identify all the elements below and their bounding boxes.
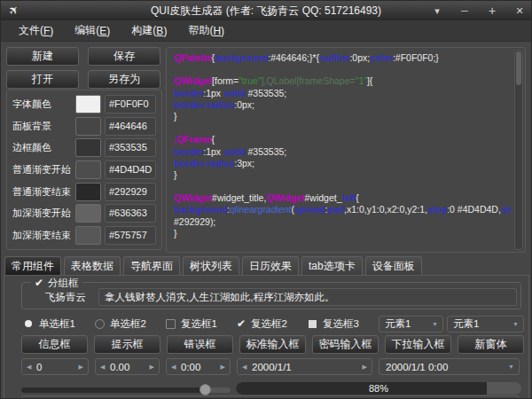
checkbox-unchecked-icon xyxy=(166,319,176,329)
color-row-deep-end: 加深渐变结束 #575757 xyxy=(12,226,156,245)
color-swatch[interactable] xyxy=(75,183,101,201)
save-button[interactable]: 保存 xyxy=(88,47,160,66)
tab-nav-ui[interactable]: 导航界面 xyxy=(123,256,180,275)
groupbox-legend[interactable]: ✔ 分组框 xyxy=(31,277,82,290)
scrollbar-thumb[interactable] xyxy=(516,51,521,85)
spinbox-row: ◀ 0 ▶ ◀ 0.00 ▶ ◀ 0:00 ▶ ◀ 2000/1/1 ▶ 200… xyxy=(21,358,520,375)
datetime-edit[interactable]: 2000/1/1 0:00 ▼ xyxy=(379,358,520,375)
color-hex-input[interactable]: #353535 xyxy=(105,138,156,157)
slider-handle[interactable] xyxy=(200,384,211,395)
tab-common-widgets[interactable]: 常用组件 xyxy=(4,256,61,275)
color-hex-input[interactable]: #292929 xyxy=(105,183,156,201)
error-box-button[interactable]: 错误框 xyxy=(167,335,233,354)
saveas-button[interactable]: 另存为 xyxy=(88,70,160,89)
dropdown-input-button[interactable]: 下拉输入框 xyxy=(385,335,451,354)
qss-code-editor[interactable]: QPalette{background:#464646;}*{outline:0… xyxy=(166,47,526,253)
spin-left-icon[interactable]: ◀ xyxy=(100,364,105,371)
color-label: 加深渐变开始 xyxy=(12,207,72,220)
combobox-1[interactable]: 元素1 ▼ xyxy=(379,316,443,332)
color-row-normal-end: 普通渐变结束 #292929 xyxy=(12,183,156,201)
standard-input-button[interactable]: 标准输入框 xyxy=(239,335,306,354)
radio-1[interactable]: 单选框1 xyxy=(24,316,75,332)
radio-2[interactable]: 单选框2 xyxy=(95,316,146,332)
app-window: ✈ QUI皮肤生成器 (作者: 飞扬青云 QQ: 517216493) ▾ ─ … xyxy=(0,0,532,399)
slider-fill xyxy=(21,387,206,393)
checkbox-partial-icon xyxy=(309,320,317,328)
color-hex-input[interactable]: #464646 xyxy=(105,117,156,136)
tab-calendar[interactable]: 日历效果 xyxy=(242,256,299,275)
color-swatch[interactable] xyxy=(75,95,101,113)
color-swatch[interactable] xyxy=(75,226,101,245)
date-edit[interactable]: ◀ 2000/1/1 ▶ xyxy=(237,358,372,375)
groupbox: ✔ 分组框 飞扬青云 拿人钱财替人消灾,人生江湖如此,程序江湖亦如此。 xyxy=(21,282,521,309)
spin-right-icon[interactable]: ▶ xyxy=(363,364,367,371)
spin-left-icon[interactable]: ◀ xyxy=(171,364,176,371)
color-hex-input[interactable]: #4D4D4D xyxy=(105,160,156,179)
color-row-normal-start: 普通渐变开始 #4D4D4D xyxy=(12,160,156,179)
color-row-deep-start: 加深渐变开始 #636363 xyxy=(12,204,156,223)
color-hex-input[interactable]: #636363 xyxy=(105,204,156,223)
motto-input[interactable]: 拿人钱财替人消灾,人生江湖如此,程序江湖亦如此。 xyxy=(98,288,517,306)
tab-table-data[interactable]: 表格数据 xyxy=(64,256,121,275)
color-label: 边框颜色 xyxy=(12,141,72,154)
bottom-text-area[interactable]: 拿人钱财替人消灾,人生江湖如此,程序江湖亦如此。 xyxy=(21,395,520,399)
tab-tree-list[interactable]: 树状列表 xyxy=(183,256,239,275)
color-swatch[interactable] xyxy=(75,204,101,223)
maximize-icon[interactable]: + xyxy=(486,4,498,18)
menu-bar: 文件(F) 编辑(E) 构建(B) 帮助(H) xyxy=(1,20,531,42)
open-button[interactable]: 打开 xyxy=(6,70,79,89)
password-input-button[interactable]: 密码输入框 xyxy=(312,335,379,354)
horizontal-slider[interactable] xyxy=(21,384,231,395)
time-edit[interactable]: ◀ 0:00 ▶ xyxy=(166,358,231,375)
groupbox-title: 分组框 xyxy=(48,277,79,290)
radio-checked-icon xyxy=(24,319,34,329)
chevron-down-icon: ▼ xyxy=(432,321,438,327)
selection-controls-row: 单选框1 单选框2 复选框1 ✔ 复选框2 复选框3 元素1 ▼ xyxy=(4,316,528,332)
minimize-icon[interactable]: ─ xyxy=(458,5,471,16)
int-spinbox[interactable]: ◀ 0 ▶ xyxy=(21,358,89,375)
window-menu-icon[interactable]: ▾ xyxy=(431,5,443,17)
spin-right-icon[interactable]: ▶ xyxy=(150,364,154,371)
tab-page-common-widgets: ✔ 分组框 飞扬青云 拿人钱财替人消灾,人生江湖如此,程序江湖亦如此。 单选框1… xyxy=(4,275,529,399)
checkbox-1[interactable]: 复选框1 xyxy=(166,316,217,332)
tab-tabwidget[interactable]: tab选项卡 xyxy=(301,256,363,275)
spin-left-icon[interactable]: ◀ xyxy=(27,364,31,371)
menu-help[interactable]: 帮助(H) xyxy=(177,20,235,41)
spin-left-icon[interactable]: ◀ xyxy=(242,364,246,371)
title-bar[interactable]: ✈ QUI皮肤生成器 (作者: 飞扬青云 QQ: 517216493) ▾ ─ … xyxy=(1,1,531,20)
menu-file[interactable]: 文件(F) xyxy=(8,20,64,41)
progress-label: 88% xyxy=(236,382,521,395)
checkbox-2[interactable]: ✔ 复选框2 xyxy=(237,316,287,332)
new-window-button[interactable]: 新窗体 xyxy=(458,335,524,354)
double-spinbox[interactable]: ◀ 0.00 ▶ xyxy=(95,358,160,375)
menu-build[interactable]: 构建(B) xyxy=(121,20,177,41)
checkbox-3[interactable]: 复选框3 xyxy=(308,316,359,332)
editor-content: QPalette{background:#464646;}*{outline:0… xyxy=(174,52,511,252)
color-swatch[interactable] xyxy=(75,117,101,136)
new-button[interactable]: 新建 xyxy=(6,47,79,66)
spin-right-icon[interactable]: ▶ xyxy=(79,364,83,371)
close-icon[interactable]: ✕ xyxy=(513,5,526,17)
dialog-buttons-row: 信息框 提示框 错误框 标准输入框 密码输入框 下拉输入框 新窗体 xyxy=(21,335,524,354)
color-swatch[interactable] xyxy=(75,160,101,179)
radio-unchecked-icon xyxy=(95,319,105,329)
color-hex-input[interactable]: #575757 xyxy=(105,226,156,245)
menu-edit[interactable]: 编辑(E) xyxy=(64,20,121,41)
checkmark-icon: ✔ xyxy=(35,278,43,288)
window-controls: ▾ ─ + ✕ xyxy=(431,1,526,20)
color-swatch[interactable] xyxy=(75,138,101,157)
combobox-2[interactable]: 元素1 ▼ xyxy=(447,316,524,332)
checkmark-icon: ✔ xyxy=(237,319,246,329)
info-box-button[interactable]: 信息框 xyxy=(21,335,88,354)
color-hex-input[interactable]: #F0F0F0 xyxy=(105,95,156,113)
tab-device-panel[interactable]: 设备面板 xyxy=(365,256,422,275)
color-settings-frame: 字体颜色 #F0F0F0 面板背景 #464646 边框颜色 #353535 普… xyxy=(6,90,162,250)
file-toolbar: 新建 保存 打开 另存为 xyxy=(6,47,162,89)
color-label: 普通渐变开始 xyxy=(12,163,72,176)
color-label: 加深渐变结束 xyxy=(12,229,72,242)
chevron-down-icon: ▼ xyxy=(512,321,519,327)
tip-box-button[interactable]: 提示框 xyxy=(94,335,160,354)
spin-right-icon[interactable]: ▶ xyxy=(221,364,225,371)
editor-vertical-scrollbar[interactable] xyxy=(514,50,523,250)
author-label: 飞扬青云 xyxy=(45,291,86,304)
